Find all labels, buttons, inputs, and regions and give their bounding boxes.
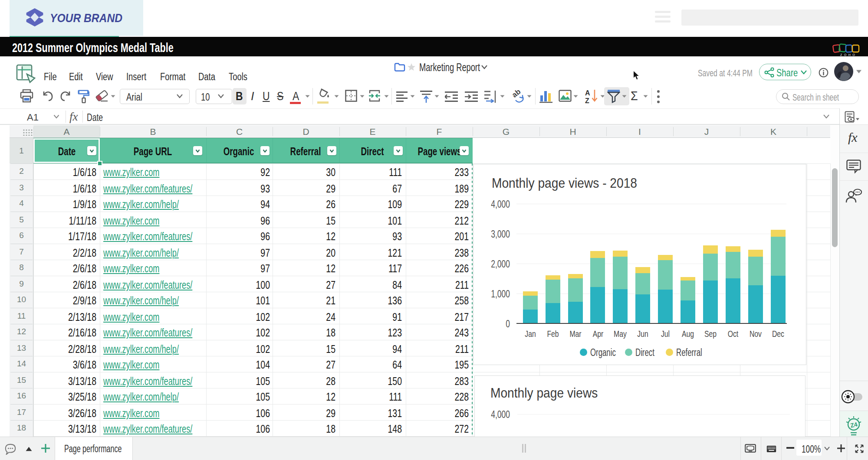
svg-text:Z: Z [585,97,589,104]
svg-text:ZOHO: ZOHO [840,53,857,56]
svg-text:A: A [585,89,590,97]
svg-text:Z4: Z4 [850,421,858,429]
